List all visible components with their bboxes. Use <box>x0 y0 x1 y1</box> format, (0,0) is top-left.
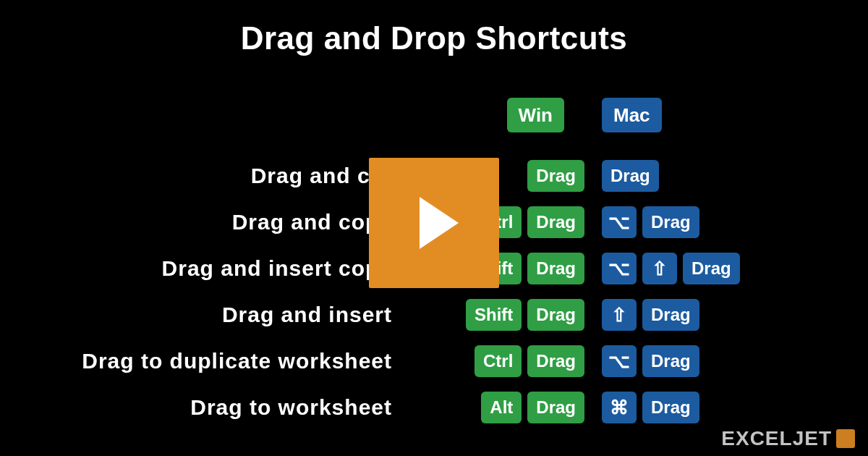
key-win: Drag <box>527 345 584 377</box>
win-keys: Ctrl Drag <box>405 345 593 377</box>
shortcut-label: Drag and cut <box>0 164 405 188</box>
win-keys: Shift Drag <box>405 299 593 331</box>
key-win: Drag <box>527 299 584 331</box>
table-row: Drag and insert Shift Drag ⇧ Drag <box>0 294 868 336</box>
mac-keys: ⌥ ⇧ Drag <box>593 253 825 284</box>
option-icon: ⌥ <box>602 345 637 377</box>
shift-icon: ⇧ <box>602 299 637 331</box>
option-icon: ⌥ <box>602 253 637 284</box>
key-win: Alt <box>481 392 522 423</box>
key-mac: Drag <box>602 160 659 192</box>
header-win-badge: Win <box>507 98 564 132</box>
key-win: Ctrl <box>475 345 522 377</box>
brand-logo: EXCELJET <box>721 427 855 450</box>
header-row: Win Mac <box>0 94 868 136</box>
key-mac: Drag <box>642 299 699 331</box>
key-win: Drag <box>527 253 584 284</box>
key-mac: Drag <box>683 253 740 284</box>
header-mac-col: Mac <box>593 98 825 132</box>
table-row: Drag to worksheet Alt Drag ⌘ Drag <box>0 387 868 428</box>
key-mac: Drag <box>642 392 699 423</box>
option-icon: ⌥ <box>602 206 637 238</box>
shortcut-label: Drag and insert copy <box>0 256 405 281</box>
key-win: Shift <box>466 299 522 331</box>
mac-keys: ⌥ Drag <box>593 345 825 377</box>
shortcut-label: Drag and copy <box>0 210 405 235</box>
page-title: Drag and Drop Shortcuts <box>0 0 868 56</box>
brand-square-icon <box>836 429 855 448</box>
mac-keys: ⇧ Drag <box>593 299 825 331</box>
key-mac: Drag <box>642 206 699 238</box>
mac-keys: ⌥ Drag <box>593 206 825 238</box>
key-mac: Drag <box>642 345 699 377</box>
header-win-col: Win <box>405 98 593 132</box>
command-icon: ⌘ <box>602 392 637 423</box>
play-icon <box>420 197 459 249</box>
brand-text: EXCELJET <box>721 427 832 450</box>
win-keys: Alt Drag <box>405 392 593 423</box>
shortcut-label: Drag to duplicate worksheet <box>0 349 405 373</box>
key-win: Drag <box>527 160 584 192</box>
header-mac-badge: Mac <box>602 98 662 132</box>
key-win: Drag <box>527 392 584 423</box>
key-win: Drag <box>527 206 584 238</box>
table-row: Drag to duplicate worksheet Ctrl Drag ⌥ … <box>0 340 868 382</box>
mac-keys: ⌘ Drag <box>593 392 825 423</box>
shortcut-label: Drag and insert <box>0 303 405 327</box>
play-button[interactable] <box>369 158 499 288</box>
shift-icon: ⇧ <box>642 253 677 284</box>
mac-keys: Drag <box>593 160 825 192</box>
shortcut-label: Drag to worksheet <box>0 395 405 420</box>
